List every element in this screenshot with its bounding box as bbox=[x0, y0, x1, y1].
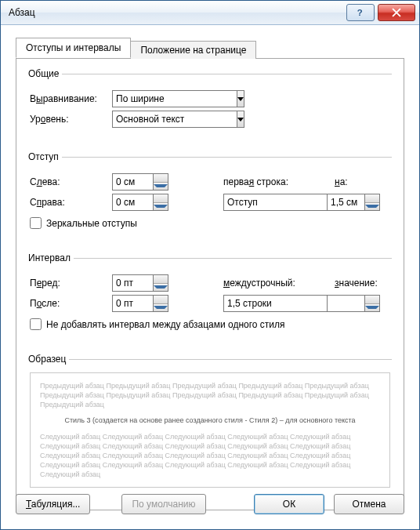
tab-page: Общие Выравнивание: Уровень: bbox=[16, 58, 404, 510]
section-sample: Образец Предыдущий абзац Предыдущий абза… bbox=[28, 354, 392, 491]
sample-next-text: Следующий абзац Следующий абзац Следующи… bbox=[40, 432, 380, 480]
sample-prev-text: Предыдущий абзац Предыдущий абзац Предыд… bbox=[40, 381, 380, 409]
indent-left-label: Слева: bbox=[30, 176, 112, 187]
tab-strip: Отступы и интервалы Положение на страниц… bbox=[16, 39, 404, 58]
spacing-at-label: значение: bbox=[335, 278, 378, 289]
section-spacing: Интервал Перед: междустрочный: значение: bbox=[28, 252, 392, 336]
mirror-indents-checkbox[interactable]: Зеркальные отступы bbox=[30, 217, 137, 229]
client-area: Отступы и интервалы Положение на страниц… bbox=[6, 30, 414, 524]
no-same-style-spacing-label: Не добавлять интервал между абзацами одн… bbox=[46, 319, 285, 330]
level-label: Уровень: bbox=[30, 114, 112, 125]
alignment-label: Выравнивание: bbox=[30, 93, 112, 104]
indent-left-spinner[interactable] bbox=[112, 173, 168, 191]
spin-up[interactable] bbox=[154, 174, 168, 183]
spacing-before-input[interactable] bbox=[112, 274, 153, 292]
section-indent: Отступ Слева: первая строка: на: Спра bbox=[28, 151, 392, 235]
spin-down[interactable] bbox=[365, 203, 379, 211]
ok-button[interactable]: ОК bbox=[254, 494, 324, 514]
button-bar: Табуляция... По умолчанию ОК Отмена bbox=[16, 494, 404, 514]
tabs-button[interactable]: Табуляция... bbox=[16, 494, 90, 514]
mirror-indents-label: Зеркальные отступы bbox=[46, 218, 137, 229]
spin-up[interactable] bbox=[365, 194, 379, 203]
indent-right-spinner[interactable] bbox=[112, 194, 168, 211]
level-value[interactable] bbox=[112, 111, 237, 128]
spin-down[interactable] bbox=[365, 304, 379, 312]
first-line-combo[interactable] bbox=[223, 194, 317, 211]
spacing-before-label: Перед: bbox=[30, 278, 112, 289]
section-general: Общие Выравнивание: Уровень: bbox=[28, 68, 392, 134]
section-indent-legend: Отступ bbox=[28, 151, 62, 162]
level-combo[interactable] bbox=[112, 111, 214, 128]
tab-page-position[interactable]: Положение на странице bbox=[130, 41, 256, 59]
indent-right-label: Справа: bbox=[30, 197, 112, 208]
spin-down[interactable] bbox=[154, 284, 168, 292]
alignment-combo[interactable] bbox=[112, 90, 214, 107]
section-general-legend: Общие bbox=[28, 68, 62, 79]
first-line-label: первая строка: bbox=[223, 176, 325, 187]
spin-up[interactable] bbox=[154, 194, 168, 203]
indent-left-input[interactable] bbox=[112, 173, 153, 191]
svg-text:?: ? bbox=[357, 8, 363, 17]
spin-down[interactable] bbox=[154, 203, 168, 211]
line-spacing-label: междустрочный: bbox=[223, 278, 325, 289]
help-button[interactable]: ? bbox=[346, 4, 375, 21]
line-spacing-combo[interactable] bbox=[223, 295, 317, 312]
close-button[interactable] bbox=[378, 4, 415, 21]
spacing-at-input[interactable] bbox=[327, 295, 364, 312]
spin-down[interactable] bbox=[154, 183, 168, 191]
spacing-after-label: После: bbox=[30, 298, 112, 309]
no-same-style-spacing-checkbox[interactable]: Не добавлять интервал между абзацами одн… bbox=[30, 318, 285, 330]
sample-mid-text: Стиль 3 (создается на основе ранее созда… bbox=[40, 416, 380, 425]
section-spacing-legend: Интервал bbox=[28, 252, 74, 263]
section-sample-legend: Образец bbox=[28, 354, 69, 365]
indent-right-input[interactable] bbox=[112, 194, 153, 211]
spacing-at-spinner[interactable] bbox=[327, 295, 380, 312]
cancel-button[interactable]: Отмена bbox=[334, 494, 404, 514]
default-button[interactable]: По умолчанию bbox=[121, 494, 205, 514]
spin-up[interactable] bbox=[365, 296, 379, 304]
level-dropdown-button[interactable] bbox=[237, 111, 244, 128]
spacing-after-input[interactable] bbox=[112, 295, 153, 312]
alignment-dropdown-button[interactable] bbox=[237, 90, 244, 107]
indent-by-spinner[interactable] bbox=[327, 194, 380, 211]
indent-by-input[interactable] bbox=[327, 194, 364, 211]
tab-indents-spacing[interactable]: Отступы и интервалы bbox=[16, 38, 131, 58]
alignment-value[interactable] bbox=[112, 90, 237, 107]
spin-up[interactable] bbox=[154, 296, 168, 304]
spin-up[interactable] bbox=[154, 275, 168, 284]
paragraph-dialog: Абзац ? Отступы и интервалы Положение на… bbox=[0, 0, 420, 530]
spacing-before-spinner[interactable] bbox=[112, 274, 168, 292]
indent-by-label: на: bbox=[335, 176, 348, 187]
title-bar: Абзац ? bbox=[1, 1, 419, 25]
window-title: Абзац bbox=[9, 7, 343, 18]
sample-preview: Предыдущий абзац Предыдущий абзац Предыд… bbox=[30, 372, 390, 488]
spacing-after-spinner[interactable] bbox=[112, 295, 168, 312]
spin-down[interactable] bbox=[154, 304, 168, 312]
